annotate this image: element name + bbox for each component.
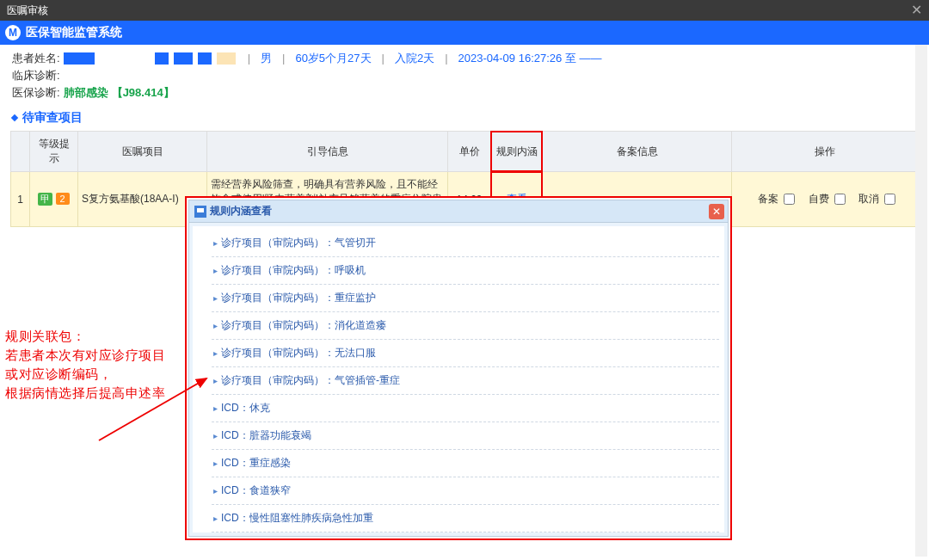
rule-popup-title: 规则内涵查看 [210,204,272,218]
self-checkbox[interactable] [834,194,846,205]
memo-checkbox[interactable] [784,194,795,205]
redacted-block [64,52,95,65]
annotation-line: 若患者本次有对应诊疗项目 [5,346,165,365]
annotation-line: 根据病情选择后提高申述率 [5,384,165,403]
op-memo[interactable]: 备案 [754,192,795,206]
th-price: 单价 [448,132,491,172]
section-title: 待审查项目 [0,107,929,131]
cell-idx: 1 [11,172,30,227]
rule-item[interactable]: ICD：休克 [212,395,719,422]
rule-item[interactable]: ICD：慢性阻塞性肺疾病急性加重 [212,505,719,532]
logo-icon: M [5,25,21,40]
close-icon[interactable]: ✕ [709,204,724,219]
rule-item[interactable]: 诊疗项目（审院内码）：无法口服 [212,340,719,367]
annotation-text: 规则关联包： 若患者本次有对应诊疗项目 或对应诊断编码， 根据病情选择后提高申述… [5,327,165,403]
rule-item[interactable]: 诊疗项目（审院内码）：消化道造瘘 [212,312,719,340]
th-item: 医嘱项目 [78,132,207,172]
th-guide: 引导信息 [207,132,448,172]
badge-level: 2 [56,193,70,205]
th-rule: 规则内涵 [491,132,543,172]
th-ops: 操作 [732,132,919,172]
system-name: 医保智能监管系统 [26,25,122,40]
section-title-text: 待审查项目 [22,110,83,126]
redacted-block [155,52,169,65]
save-icon [194,206,206,218]
badge-class: 甲 [38,193,52,206]
scrollbar[interactable] [915,45,927,557]
clinical-diag-label: 临床诊断: [12,67,60,84]
annotation-line: 或对应诊断编码， [5,365,165,384]
rule-item[interactable]: 诊疗项目（审院内码）：呼吸机 [212,257,719,285]
th-level: 等级提示 [30,132,78,172]
rule-item[interactable]: 诊疗项目（审院内码）：气管切开 [212,230,719,257]
rule-item[interactable]: 诊疗项目（审院内码）：重症监护 [212,285,719,312]
redacted-block [217,52,236,65]
annotation-line: 规则关联包： [5,327,165,346]
rule-popup-body[interactable]: 诊疗项目（审院内码）：气管切开 诊疗项目（审院内码）：呼吸机 诊疗项目（审院内码… [193,226,724,532]
patient-name-label: 患者姓名: [12,50,60,67]
op-self[interactable]: 自费 [805,192,846,206]
patient-age: 60岁5个月27天 [295,50,371,67]
rule-item[interactable]: ICD：重症感染 [212,450,719,477]
window-title: 医嘱审核 [7,0,48,21]
redacted-block [198,52,212,65]
redacted-block [174,52,193,65]
th-idx [11,132,30,172]
rule-item[interactable]: ICD：脏器功能衰竭 [212,422,719,450]
patient-gender: 男 [261,50,272,67]
patient-info: 患者姓名: | 男 | 60岁5个月27天 | 入院2天 | 2023-04-0… [0,45,929,107]
ins-diag-code: 【J98.414】 [112,84,175,102]
cancel-checkbox[interactable] [884,194,895,205]
rule-popup-header: 规则内涵查看 [189,200,728,223]
diamond-icon [11,114,18,121]
rule-item[interactable]: ICD：食道狭窄 [212,477,719,505]
cell-level: 甲 2 [30,172,78,227]
ins-diag-label: 医保诊断: [12,84,60,102]
th-memo: 备案信息 [543,132,732,172]
rule-item[interactable]: 诊疗项目（审院内码）：气管插管-重症 [212,367,719,395]
patient-stay: 入院2天 [395,50,434,67]
window-titlebar: 医嘱审核 ✕ [0,0,929,21]
close-icon[interactable]: ✕ [911,0,922,21]
system-header: M 医保智能监管系统 [0,21,929,45]
ins-diag-value: 肺部感染 [64,84,108,102]
rule-popup-highlight: 规则内涵查看 ✕ 诊疗项目（审院内码）：气管切开 诊疗项目（审院内码）：呼吸机 … [185,196,732,540]
cell-ops: 备案 自费 取消 [732,172,919,227]
op-cancel[interactable]: 取消 [855,192,895,206]
patient-time: 2023-04-09 16:27:26 至 —— [458,50,602,67]
rule-popup: 规则内涵查看 ✕ 诊疗项目（审院内码）：气管切开 诊疗项目（审院内码）：呼吸机 … [188,200,729,537]
